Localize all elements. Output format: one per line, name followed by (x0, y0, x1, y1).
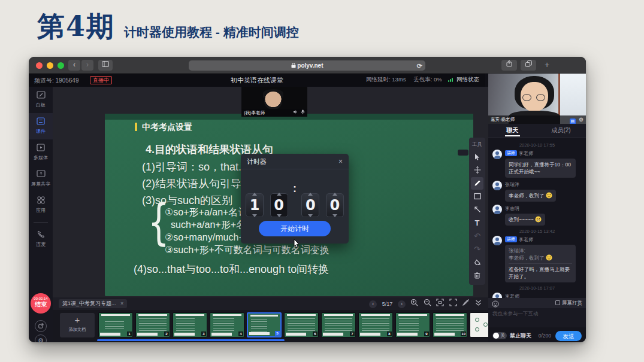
grin-emoji-icon (535, 216, 542, 223)
fit-screen-button[interactable] (436, 302, 444, 308)
move-icon (474, 166, 481, 174)
filmstrip-scrollbar[interactable] (97, 339, 285, 341)
next-page-button[interactable]: › (398, 300, 406, 308)
redo-button[interactable]: ↷ (471, 243, 483, 255)
tab-chat[interactable]: 聊天 (488, 124, 537, 137)
new-tab-button[interactable]: + (542, 60, 552, 71)
sidebar-item-screenshare[interactable]: 屏幕共享 (29, 166, 53, 192)
network-status-label[interactable]: 网络状态 (456, 76, 479, 83)
zoom-out-button[interactable] (424, 302, 431, 308)
timer-close-icon[interactable]: × (338, 154, 343, 169)
external-link-button[interactable] (35, 320, 47, 332)
avatar (492, 293, 502, 298)
mute-chat-label: 禁止聊天 (510, 332, 531, 340)
speaker-icon[interactable] (293, 109, 298, 114)
prev-page-button[interactable]: ‹ (369, 300, 377, 308)
slide-thumbnail-7[interactable]: 7 (321, 312, 356, 337)
timer-colon: : (293, 182, 297, 195)
start-timer-button[interactable]: 开始计时 (259, 221, 331, 236)
chat-bottom-bar: 关 禁止聊天 0/200 发送 (488, 330, 586, 342)
slide-thumbnail-8[interactable]: 8 (358, 312, 393, 337)
slide-thumbnail-3[interactable]: 3 (173, 312, 207, 337)
digit1-down-arrow[interactable] (252, 214, 257, 227)
arrow-tool[interactable] (471, 203, 483, 216)
send-button[interactable]: 发送 (555, 331, 582, 341)
chat-message-list[interactable]: 2020-10-10 17:55 讲师李老师 同学们好，直播将于10：00正式开… (488, 138, 586, 298)
close-window-button[interactable] (36, 62, 43, 69)
tab-members[interactable]: 成员(2) (537, 124, 585, 137)
banner-title: 计时器使用教程 - 精准时间调控 (124, 24, 299, 41)
timer-digit-4[interactable]: 0 (326, 193, 344, 217)
text-tool[interactable]: T (471, 217, 483, 229)
avatar (492, 205, 502, 214)
add-document-button[interactable]: + 添加文档 (60, 313, 95, 337)
slide-thumbnail-10[interactable]: 10 (433, 312, 467, 337)
collapse-strip-button[interactable] (475, 302, 482, 308)
sidebar-divider (34, 222, 48, 223)
url-bar[interactable]: polyv.net ⟳ (189, 60, 425, 71)
digit4-down-arrow[interactable] (332, 214, 337, 227)
sidebar-item-apps[interactable]: 应用 (29, 192, 53, 218)
browser-window: ‹ › polyv.net ⟳ + 频道号: 1905649 直播中 初中英语在… (29, 57, 586, 342)
chat-timestamp: 2020-10-15 13:42 (492, 229, 582, 234)
chat-toolbar: 屏幕打赏 (488, 298, 586, 308)
sender-name: 李老师 (519, 237, 533, 242)
forward-button[interactable]: › (81, 60, 93, 71)
guest-video[interactable]: 嘉宾-杨老师 ▤ ⚙ (488, 74, 586, 124)
eraser-tool[interactable] (471, 256, 483, 269)
zoom-window-button[interactable] (58, 62, 64, 69)
move-tool[interactable] (471, 164, 483, 177)
timer-title-bar: 计时器 × (241, 154, 349, 169)
smile-emoji-icon (546, 254, 552, 261)
sidebar-toggle-button[interactable] (98, 60, 113, 71)
slide-thumbnail-4[interactable]: 4 (210, 312, 244, 337)
chat-tabs: 聊天 成员(2) (488, 124, 586, 138)
tool-panel: 工具 T ↶ ↷ (469, 138, 485, 285)
courseware-icon (37, 117, 45, 125)
timer-digit-2[interactable]: 0 (270, 193, 288, 217)
video-settings-gear-icon[interactable]: ⚙ (579, 117, 583, 123)
sidebar-item-whiteboard[interactable]: 白板 (29, 87, 53, 113)
settings-button[interactable]: ⚙ (35, 334, 47, 342)
minimize-window-button[interactable] (47, 62, 53, 69)
document-tab[interactable]: 第1课_中考复习专题... × (59, 299, 127, 308)
avatar (492, 236, 502, 245)
slide-thumbnail-2[interactable]: 2 (135, 312, 170, 337)
reload-icon[interactable]: ⟳ (417, 61, 422, 71)
video-mode-icon[interactable]: ▤ (570, 118, 576, 124)
timer-digit-1[interactable]: 1 (246, 193, 264, 217)
mute-chat-toggle[interactable]: 关 (492, 332, 507, 339)
screen-reward-checkbox[interactable]: 屏幕打赏 (555, 299, 582, 307)
share-button[interactable] (501, 60, 517, 71)
slide-thumbnail-9[interactable]: 9 (395, 312, 430, 337)
zoom-in-button[interactable] (410, 302, 418, 308)
page-indicator: 5/17 (382, 301, 393, 307)
back-button[interactable]: ‹ (68, 60, 80, 71)
rectangle-tool[interactable] (471, 190, 483, 203)
sidebar-item-multimedia[interactable]: 多媒体 (29, 139, 53, 166)
tabs-overview-button[interactable] (521, 60, 536, 71)
select-tool[interactable] (471, 151, 483, 163)
external-link-icon (38, 323, 44, 328)
fullscreen-button[interactable] (449, 302, 457, 308)
self-video-window[interactable]: (我)李老师 (241, 87, 307, 117)
sidebar-label: 白板 (29, 102, 52, 108)
sidebar-item-call[interactable]: 连麦 (29, 226, 53, 253)
mic-icon[interactable] (301, 109, 305, 114)
pen-tool[interactable] (471, 177, 483, 190)
undo-button[interactable]: ↶ (471, 230, 483, 242)
clear-all-tool[interactable] (471, 269, 483, 282)
slide-thumbnail-11[interactable] (470, 312, 488, 337)
slide-thumbnail-1[interactable]: 1 (98, 312, 133, 337)
annotation-off-button[interactable] (462, 302, 470, 308)
slide-thumbnail-6[interactable]: 6 (284, 312, 319, 337)
slide-thumbnail-5-selected[interactable]: 5 (247, 312, 282, 337)
end-stream-button[interactable]: 00:02:14 结束 (31, 293, 51, 314)
trash-icon (474, 272, 480, 279)
timer-digit-3[interactable]: 0 (301, 193, 319, 217)
heading-marker-icon (135, 123, 137, 131)
document-tab-close-icon[interactable]: × (120, 300, 123, 306)
sender-name: 李老师 (519, 151, 533, 156)
sidebar-item-courseware[interactable]: 课件 (29, 113, 53, 139)
chat-input[interactable] (488, 308, 586, 327)
